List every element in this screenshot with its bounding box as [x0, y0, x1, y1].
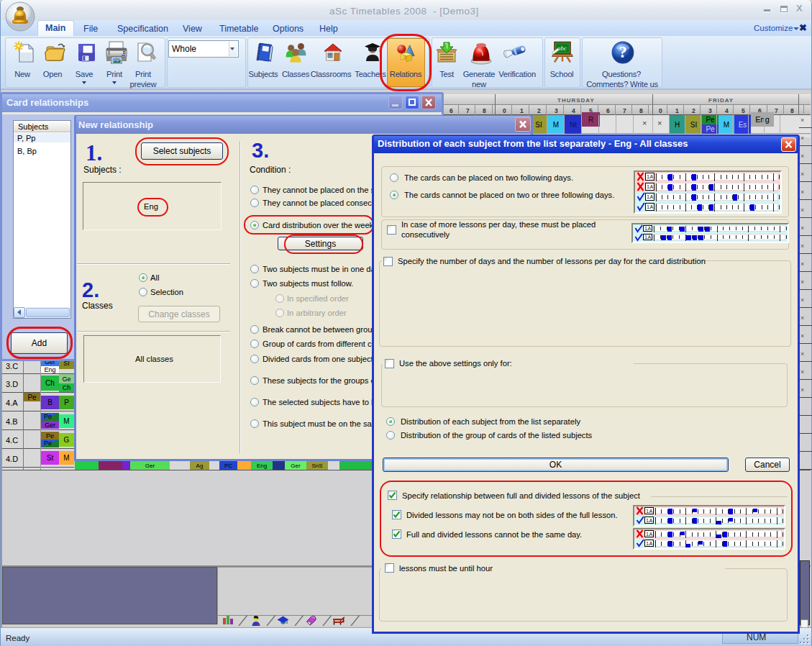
svg-text:asc: asc [17, 14, 24, 19]
svg-text:?: ? [619, 43, 626, 61]
